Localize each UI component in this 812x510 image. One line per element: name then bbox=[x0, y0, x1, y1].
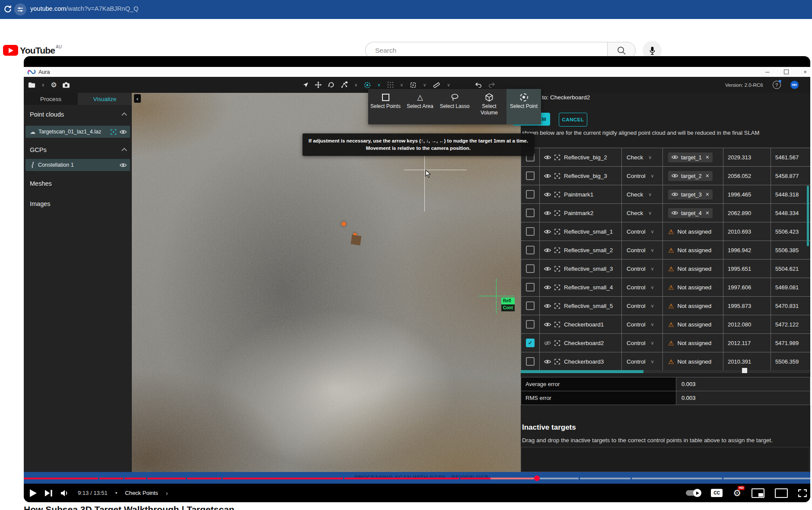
tab-process[interactable]: Process bbox=[24, 93, 78, 105]
visibility-eye-icon[interactable] bbox=[544, 359, 551, 364]
type-dropdown[interactable]: Check ∨ bbox=[621, 148, 662, 166]
assigned-target-chip[interactable]: target_2 × bbox=[668, 171, 713, 181]
locate-target-icon[interactable] bbox=[554, 173, 560, 179]
type-dropdown[interactable]: Control ∨ bbox=[621, 315, 662, 333]
type-dropdown[interactable]: Control ∨ bbox=[621, 241, 662, 259]
navigate-cursor-icon[interactable] bbox=[303, 82, 309, 88]
measure-ruler-icon[interactable] bbox=[433, 81, 440, 89]
scrollbar-corner-box[interactable] bbox=[742, 368, 747, 373]
visibility-eye-icon[interactable] bbox=[544, 174, 551, 178]
chevron-down-icon[interactable]: ∨ bbox=[377, 82, 380, 87]
chevron-down-icon[interactable]: ∨ bbox=[354, 82, 357, 87]
gcp-marker-dot[interactable] bbox=[341, 222, 346, 226]
undo-icon[interactable] bbox=[475, 82, 482, 88]
miniplayer-button[interactable] bbox=[751, 488, 764, 498]
unassign-x-icon[interactable]: × bbox=[706, 192, 709, 197]
assigned-target-chip[interactable]: target_4 × bbox=[668, 208, 713, 218]
autoplay-toggle[interactable] bbox=[686, 490, 701, 496]
locate-target-icon[interactable] bbox=[554, 340, 560, 346]
video-player[interactable]: Aura ─ × ∨ ⚙ ∨ ∨ bbox=[24, 56, 810, 502]
reload-icon[interactable] bbox=[3, 5, 13, 14]
type-dropdown[interactable]: Control ∨ bbox=[621, 297, 662, 315]
locate-target-icon[interactable] bbox=[554, 192, 560, 197]
locate-target-icon[interactable] bbox=[554, 247, 560, 253]
collapse-chevron-icon[interactable] bbox=[121, 112, 127, 118]
row-checkbox[interactable] bbox=[526, 171, 535, 180]
visibility-eye-icon[interactable] bbox=[544, 192, 551, 197]
locate-target-icon[interactable] bbox=[554, 303, 560, 309]
locate-target-icon[interactable] bbox=[554, 359, 560, 364]
registration-nodes-icon[interactable] bbox=[341, 81, 348, 89]
redo-icon[interactable] bbox=[488, 82, 495, 88]
row-checkbox[interactable] bbox=[526, 227, 535, 236]
type-dropdown[interactable]: Check ∨ bbox=[621, 204, 662, 222]
inactive-targets-dropzone[interactable] bbox=[521, 447, 809, 472]
assigned-target-chip[interactable]: target_1 × bbox=[668, 152, 713, 162]
sidebar-item-constellation[interactable]: Constellation 1 bbox=[25, 159, 130, 171]
assigned-target-chip[interactable]: target_3 × bbox=[668, 190, 713, 200]
collapse-chevron-icon[interactable] bbox=[121, 148, 127, 153]
tab-visualize[interactable]: Visualize bbox=[78, 93, 132, 105]
player-settings-button[interactable]: ⚙HD bbox=[733, 488, 741, 497]
type-dropdown[interactable]: Check ∨ bbox=[621, 185, 662, 203]
select-area-tool[interactable]: △ Select Area bbox=[403, 89, 437, 124]
meshes-header[interactable]: Meshes bbox=[30, 180, 52, 187]
video-title[interactable]: How Subsea 3D Target Walkthrough | Targe… bbox=[24, 504, 629, 510]
avatar[interactable]: HH bbox=[790, 81, 799, 89]
grid-points-icon[interactable] bbox=[387, 82, 394, 88]
chevron-down-icon[interactable]: ∨ bbox=[447, 82, 450, 87]
chevron-down-icon[interactable]: ∨ bbox=[423, 82, 426, 87]
locate-target-icon[interactable] bbox=[554, 285, 560, 290]
table-horizontal-scrollbar-thumb[interactable] bbox=[521, 370, 643, 373]
visibility-eye-icon[interactable] bbox=[544, 285, 551, 290]
gcps-header[interactable]: GCPs bbox=[30, 146, 47, 153]
row-checkbox[interactable] bbox=[526, 357, 535, 366]
box-select-icon[interactable] bbox=[410, 82, 417, 89]
select-points-tool[interactable]: Select Points bbox=[368, 89, 403, 124]
select-point-tool[interactable]: Select Point bbox=[506, 89, 541, 124]
row-checkbox[interactable] bbox=[526, 320, 535, 329]
type-dropdown[interactable]: Control ∨ bbox=[621, 222, 662, 241]
url-field[interactable]: youtube.com/watch?v=A7KaBJRnQ_Q bbox=[30, 5, 138, 12]
visibility-eye-icon[interactable] bbox=[544, 229, 551, 234]
visibility-eye-icon[interactable] bbox=[544, 155, 551, 160]
visibility-eye-icon[interactable] bbox=[120, 163, 127, 168]
visibility-eye-icon[interactable] bbox=[120, 130, 127, 134]
select-lasso-tool[interactable]: Select Lasso bbox=[437, 89, 472, 124]
type-dropdown[interactable]: Control ∨ bbox=[621, 167, 662, 185]
visibility-eye-icon[interactable] bbox=[544, 304, 551, 308]
row-checkbox[interactable] bbox=[526, 283, 535, 291]
visibility-eye-icon[interactable] bbox=[544, 266, 551, 271]
locate-target-icon[interactable] bbox=[554, 155, 560, 160]
row-checkbox[interactable]: ✓ bbox=[526, 339, 535, 347]
locate-target-icon[interactable] bbox=[554, 266, 560, 272]
locate-target-icon[interactable] bbox=[554, 210, 560, 216]
playhead[interactable] bbox=[534, 475, 540, 481]
search-input[interactable] bbox=[374, 46, 592, 55]
images-header[interactable]: Images bbox=[30, 200, 51, 207]
visibility-eye-icon[interactable] bbox=[544, 248, 551, 253]
locate-target-icon[interactable] bbox=[111, 129, 116, 135]
restore-icon[interactable] bbox=[784, 70, 789, 74]
video-progress-bar[interactable] bbox=[24, 478, 810, 479]
settings-gear-icon[interactable]: ⚙ bbox=[51, 82, 57, 89]
screenshot-camera-icon[interactable] bbox=[62, 82, 70, 88]
row-checkbox[interactable] bbox=[526, 190, 535, 199]
chapter-chevron-icon[interactable]: › bbox=[166, 490, 168, 497]
type-dropdown[interactable]: Control ∨ bbox=[621, 260, 662, 278]
theater-mode-button[interactable] bbox=[775, 488, 788, 498]
chevron-down-icon[interactable]: ∨ bbox=[400, 82, 403, 87]
row-checkbox[interactable] bbox=[526, 209, 535, 217]
visibility-eye-icon[interactable] bbox=[544, 322, 551, 327]
move-tool-icon[interactable] bbox=[315, 81, 322, 89]
next-button[interactable] bbox=[45, 489, 53, 497]
sidebar-item-pointcloud[interactable]: ☁ Targetscan_01_laz1_4.laz bbox=[25, 126, 130, 138]
row-checkbox[interactable] bbox=[526, 264, 535, 273]
open-folder-icon[interactable] bbox=[28, 82, 35, 88]
youtube-logo[interactable]: YouTube AU bbox=[3, 45, 62, 56]
point-clouds-header[interactable]: Point clouds bbox=[30, 111, 64, 118]
rotate-tool-icon[interactable] bbox=[328, 81, 335, 89]
minimize-icon[interactable]: ─ bbox=[765, 69, 769, 75]
type-dropdown[interactable]: Control ∨ bbox=[621, 278, 662, 296]
unassign-x-icon[interactable]: × bbox=[706, 173, 709, 178]
